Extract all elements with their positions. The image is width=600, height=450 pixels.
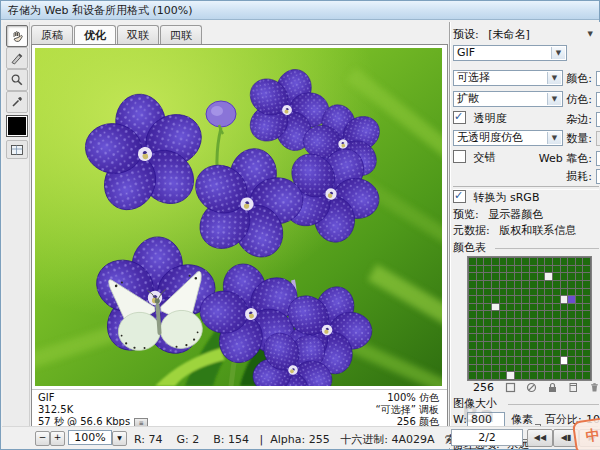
color-swatch[interactable] <box>515 372 522 379</box>
color-swatch[interactable] <box>553 289 560 296</box>
color-swatch[interactable] <box>568 357 575 364</box>
color-swatch[interactable] <box>469 334 476 341</box>
color-swatch[interactable] <box>538 289 545 296</box>
zoom-in-button[interactable]: + <box>50 431 65 446</box>
color-swatch[interactable] <box>500 289 507 296</box>
color-swatch[interactable] <box>522 342 529 349</box>
color-swatch[interactable] <box>538 334 545 341</box>
color-swatch[interactable] <box>484 258 491 265</box>
color-swatch[interactable] <box>492 266 499 273</box>
color-swatch[interactable] <box>522 319 529 326</box>
color-swatch[interactable] <box>576 266 583 273</box>
color-swatch[interactable] <box>561 289 568 296</box>
color-swatch[interactable] <box>484 357 491 364</box>
color-swatch[interactable] <box>469 350 476 357</box>
new-color-icon[interactable] <box>568 382 579 393</box>
color-swatch[interactable] <box>484 365 491 372</box>
color-swatch[interactable] <box>500 281 507 288</box>
color-swatch[interactable] <box>583 372 590 379</box>
format-select[interactable]: GIF▼ <box>453 45 567 61</box>
color-swatch[interactable] <box>507 304 514 311</box>
color-swatch[interactable] <box>492 327 499 334</box>
color-swatch[interactable] <box>484 304 491 311</box>
interlace-checkbox[interactable] <box>453 150 466 163</box>
color-swatch[interactable] <box>492 350 499 357</box>
matte-field[interactable] <box>596 112 600 127</box>
color-swatch[interactable] <box>583 273 590 280</box>
color-swatch[interactable] <box>500 273 507 280</box>
color-swatch[interactable] <box>515 266 522 273</box>
tab-original[interactable]: 原稿 <box>31 25 73 44</box>
color-swatch[interactable] <box>553 258 560 265</box>
color-swatch[interactable] <box>522 258 529 265</box>
zoom-tool-button[interactable] <box>6 69 28 91</box>
color-swatch[interactable] <box>477 296 484 303</box>
color-swatch[interactable] <box>484 334 491 341</box>
color-swatch[interactable] <box>545 273 552 280</box>
zoom-dropdown-icon[interactable]: ▼ <box>112 431 127 446</box>
color-swatch[interactable] <box>477 258 484 265</box>
color-swatch[interactable] <box>500 327 507 334</box>
color-swatch[interactable] <box>576 350 583 357</box>
color-swatch[interactable] <box>477 311 484 318</box>
color-swatch[interactable] <box>538 350 545 357</box>
color-swatch[interactable] <box>522 273 529 280</box>
color-swatch[interactable] <box>500 372 507 379</box>
color-swatch[interactable] <box>568 281 575 288</box>
color-swatch[interactable] <box>492 281 499 288</box>
color-swatch[interactable] <box>500 365 507 372</box>
color-swatch[interactable] <box>530 357 537 364</box>
websnap-color-icon[interactable] <box>505 382 516 393</box>
color-swatch[interactable] <box>500 304 507 311</box>
color-swatch[interactable] <box>568 304 575 311</box>
color-swatch[interactable] <box>576 281 583 288</box>
transparency-map-icon[interactable] <box>526 382 537 393</box>
color-swatch[interactable] <box>568 258 575 265</box>
color-swatch[interactable] <box>561 266 568 273</box>
color-swatch[interactable] <box>545 319 552 326</box>
color-reduction-select[interactable]: 可选择▼ <box>453 70 563 86</box>
color-swatch[interactable] <box>545 296 552 303</box>
color-swatch[interactable] <box>500 258 507 265</box>
color-swatch[interactable] <box>507 334 514 341</box>
color-swatch[interactable] <box>530 258 537 265</box>
color-swatch[interactable] <box>500 334 507 341</box>
color-swatch[interactable] <box>583 334 590 341</box>
color-swatch[interactable] <box>484 296 491 303</box>
tab-optimized[interactable]: 优化 <box>74 25 116 44</box>
color-swatch[interactable] <box>545 327 552 334</box>
color-swatch[interactable] <box>492 304 499 311</box>
color-swatch[interactable] <box>568 350 575 357</box>
color-swatch[interactable] <box>576 327 583 334</box>
color-swatch[interactable] <box>484 273 491 280</box>
color-table[interactable] <box>467 256 592 381</box>
color-swatch[interactable] <box>469 273 476 280</box>
color-swatch[interactable] <box>583 289 590 296</box>
color-swatch[interactable] <box>507 258 514 265</box>
color-swatch[interactable] <box>492 273 499 280</box>
color-swatch[interactable] <box>583 266 590 273</box>
trash-icon[interactable] <box>589 382 600 393</box>
color-swatch[interactable] <box>545 372 552 379</box>
color-swatch[interactable] <box>469 357 476 364</box>
color-swatch[interactable] <box>583 342 590 349</box>
color-swatch[interactable] <box>538 372 545 379</box>
color-swatch[interactable] <box>576 357 583 364</box>
color-swatch[interactable] <box>545 304 552 311</box>
color-swatch[interactable] <box>500 342 507 349</box>
color-swatch[interactable] <box>515 365 522 372</box>
color-swatch[interactable] <box>507 350 514 357</box>
color-swatch[interactable] <box>492 342 499 349</box>
color-swatch[interactable] <box>568 311 575 318</box>
color-swatch[interactable] <box>530 342 537 349</box>
color-swatch[interactable] <box>530 266 537 273</box>
color-swatch[interactable] <box>515 342 522 349</box>
color-swatch[interactable] <box>522 281 529 288</box>
color-swatch[interactable] <box>553 327 560 334</box>
color-swatch[interactable] <box>568 327 575 334</box>
color-swatch[interactable] <box>469 365 476 372</box>
color-swatch[interactable] <box>507 319 514 326</box>
color-swatch[interactable] <box>522 365 529 372</box>
color-swatch[interactable] <box>545 350 552 357</box>
color-swatch[interactable] <box>561 304 568 311</box>
